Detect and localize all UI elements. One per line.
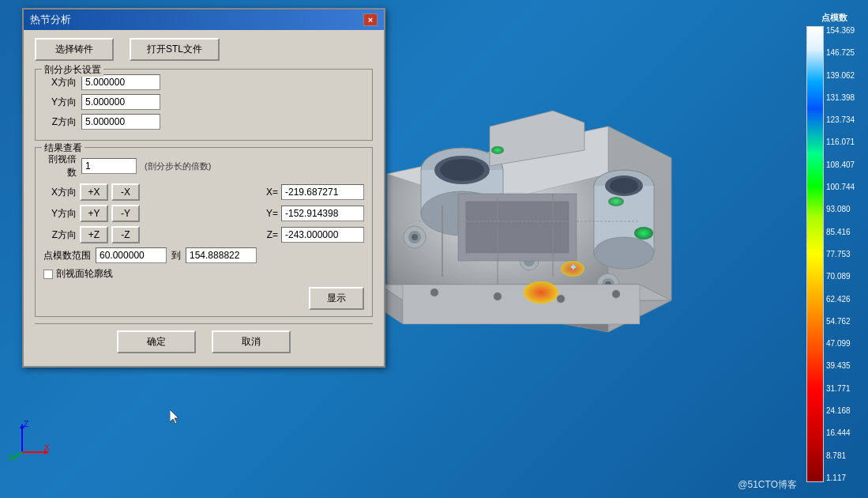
legend-value-1: 146.725 [826, 48, 862, 57]
svg-point-25 [494, 292, 502, 300]
legend-labels: 154.369146.725139.062131.398123.734116.0… [824, 26, 862, 482]
slice-mult-row: 剖视倍数 (剖分步长的倍数) [43, 153, 364, 179]
legend-value-20: 1.117 [826, 473, 862, 482]
legend-value-17: 24.168 [826, 406, 862, 415]
select-part-button[interactable]: 选择铸件 [35, 38, 114, 61]
star-marker: ✦ [569, 261, 578, 274]
y-dir-label2: Y方向 [43, 207, 77, 221]
z-step-row: Z方向 [43, 114, 364, 130]
axes-indicator: Z X Y [8, 419, 47, 458]
open-stl-button[interactable]: 打开STL文件 [130, 38, 220, 61]
range-from-input[interactable] [96, 247, 167, 263]
svg-point-24 [430, 289, 438, 296]
step-size-group-title: 剖分步长设置 [42, 63, 103, 77]
svg-point-10 [411, 234, 418, 240]
y-step-input[interactable] [81, 94, 160, 110]
svg-text:Z: Z [24, 420, 28, 428]
x-plus-button[interactable]: +X [80, 183, 108, 201]
y-plus-button[interactable]: +Y [80, 205, 108, 222]
step-size-group: 剖分步长设置 X方向 Y方向 Z方向 [35, 69, 373, 141]
svg-point-5 [594, 237, 654, 269]
dialog-body: 选择铸件 打开STL文件 剖分步长设置 X方向 Y方向 Z方向 结果查看 [24, 30, 384, 366]
ok-button[interactable]: 确定 [117, 330, 196, 353]
checkbox-row: 剖视面轮廓线 [43, 267, 364, 281]
cancel-button[interactable]: 取消 [212, 330, 291, 353]
bottom-buttons: 确定 取消 [35, 323, 373, 358]
slice-mult-label: 剖视倍数 [43, 153, 77, 179]
z-dir-label2: Z方向 [43, 228, 77, 242]
contour-checkbox-label: 剖视面轮廓线 [56, 267, 113, 281]
legend-value-18: 16.444 [826, 428, 862, 437]
legend-value-2: 139.062 [826, 71, 862, 80]
x-minus-button[interactable]: -X [111, 183, 140, 201]
dialog-hotspot-analysis: 热节分析 × 选择铸件 打开STL文件 剖分步长设置 X方向 Y方向 Z方向 [22, 8, 385, 368]
z-dir-row: Z方向 +Z -Z Z= [43, 226, 364, 243]
legend-value-19: 8.781 [826, 451, 862, 460]
y-coord-label: Y= [259, 208, 278, 219]
y-step-row: Y方向 [43, 94, 364, 110]
y-minus-button[interactable]: -Y [111, 205, 140, 222]
svg-point-26 [557, 295, 565, 303]
result-group-title: 结果查看 [42, 141, 85, 155]
x-coord-input[interactable] [281, 184, 364, 200]
z-plus-button[interactable]: +Z [80, 226, 108, 243]
x-step-label: X方向 [43, 76, 77, 89]
y-step-label: Y方向 [43, 96, 77, 109]
result-group: 结果查看 剖视倍数 (剖分步长的倍数) X方向 +X -X X= Y方向 +Y … [35, 147, 373, 317]
legend-value-10: 77.753 [826, 250, 862, 258]
x-dir-row: X方向 +X -X X= [43, 183, 364, 201]
x-step-row: X方向 [43, 74, 364, 90]
x-coord-label: X= [259, 187, 278, 198]
legend-value-6: 108.407 [826, 160, 862, 169]
x-step-input[interactable] [81, 74, 160, 90]
svg-point-27 [612, 290, 620, 298]
dialog-title: 热节分析 [30, 13, 71, 27]
z-coord-label: Z= [259, 229, 278, 240]
contour-checkbox[interactable] [43, 270, 53, 279]
range-label: 点模数范围 [43, 249, 91, 262]
slice-mult-note: (剖分步长的倍数) [145, 160, 211, 172]
legend-title: 点模数 [806, 12, 862, 24]
watermark: @51CTO博客 [738, 478, 797, 492]
show-button[interactable]: 显示 [309, 287, 364, 310]
legend-value-3: 131.398 [826, 93, 862, 102]
svg-point-7 [610, 178, 638, 194]
legend-value-14: 47.099 [826, 339, 862, 348]
legend-value-0: 154.369 [826, 26, 862, 35]
color-legend: 点模数 154.369146.725139.062131.398123.7341… [806, 12, 862, 482]
svg-point-20 [491, 146, 504, 154]
legend-value-16: 31.771 [826, 384, 862, 393]
slice-mult-input[interactable] [81, 158, 137, 174]
range-to-input[interactable] [186, 247, 257, 263]
y-dir-row: Y方向 +Y -Y Y= [43, 205, 364, 222]
legend-value-12: 62.426 [826, 295, 862, 304]
legend-value-5: 116.071 [826, 138, 862, 146]
range-row: 点模数范围 到 [43, 247, 364, 263]
svg-point-19 [608, 197, 624, 206]
svg-point-16 [524, 281, 558, 304]
gradient-bar [806, 26, 824, 482]
top-buttons-row: 选择铸件 打开STL文件 [35, 38, 373, 61]
z-step-input[interactable] [81, 114, 160, 130]
legend-value-9: 85.416 [826, 228, 862, 236]
svg-point-3 [440, 159, 484, 181]
3d-part-view [340, 47, 727, 403]
legend-value-8: 93.080 [826, 205, 862, 213]
legend-value-7: 100.744 [826, 183, 862, 191]
range-to-label: 到 [171, 249, 181, 262]
z-coord-input[interactable] [281, 227, 364, 243]
svg-point-18 [634, 227, 653, 240]
dialog-close-button[interactable]: × [363, 13, 378, 26]
dialog-titlebar[interactable]: 热节分析 × [24, 9, 384, 30]
svg-text:X: X [44, 443, 50, 452]
show-btn-row: 显示 [43, 287, 364, 310]
legend-value-15: 39.435 [826, 361, 862, 370]
legend-value-11: 70.089 [826, 272, 862, 281]
svg-text:Y: Y [8, 453, 13, 462]
x-dir-label2: X方向 [43, 186, 77, 199]
z-step-label: Z方向 [43, 115, 77, 129]
y-coord-input[interactable] [281, 206, 364, 221]
z-minus-button[interactable]: -Z [111, 226, 140, 243]
legend-value-4: 123.734 [826, 115, 862, 124]
legend-value-13: 54.762 [826, 317, 862, 326]
